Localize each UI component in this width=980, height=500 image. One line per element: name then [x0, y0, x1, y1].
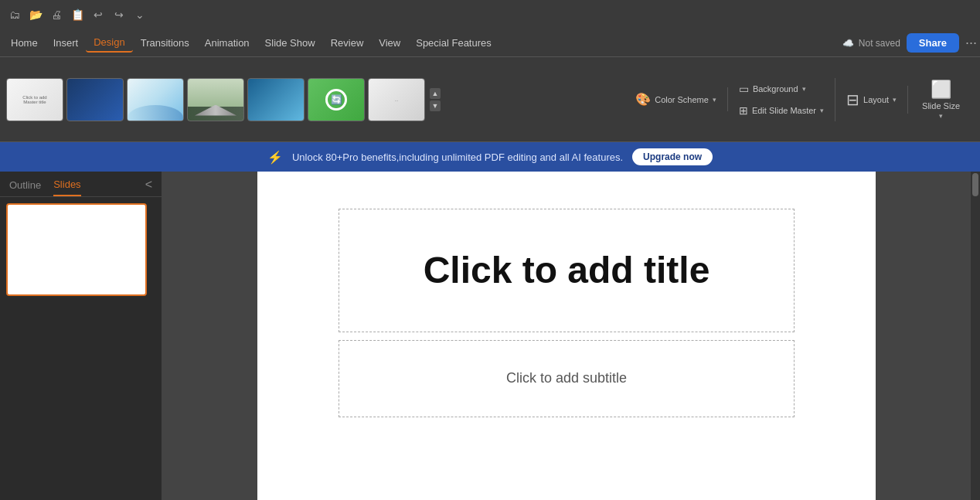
theme-thumbnails: Click to addMaster title 🔄 … ▲ ▼ — [6, 78, 624, 121]
file-new-icon[interactable]: 🗂 — [6, 6, 23, 23]
theme-thumb-minimal[interactable]: … — [368, 78, 425, 121]
right-scrollbar[interactable] — [971, 172, 980, 500]
menu-review[interactable]: Review — [323, 34, 372, 52]
canvas-area[interactable]: Click to add title Click to add subtitle — [162, 172, 971, 500]
theme-thumb-blank[interactable]: Click to addMaster title — [6, 78, 63, 121]
theme-thumb-ocean[interactable] — [247, 78, 305, 121]
theme-scroll-buttons: ▲ ▼ — [430, 88, 441, 111]
color-scheme-group: 🎨 Color Scheme ▾ — [624, 87, 728, 111]
promo-message: Unlock 80+Pro benefits,including unlimit… — [292, 151, 623, 163]
slidesize-chevron-icon: ▾ — [939, 112, 943, 120]
collapse-panel-button[interactable]: < — [145, 178, 152, 196]
background-icon: ▭ — [739, 83, 749, 95]
title-placeholder-text: Click to add title — [424, 249, 710, 291]
title-placeholder[interactable]: Click to add title — [339, 209, 795, 332]
color-scheme-button[interactable]: 🎨 Color Scheme ▾ — [632, 90, 720, 108]
menu-transitions[interactable]: Transitions — [133, 34, 197, 52]
theme-thumb-darkblue[interactable] — [66, 78, 124, 121]
slidemaster-chevron-icon: ▾ — [820, 107, 824, 114]
slidesize-button[interactable]: ⬜ Slide Size ▾ — [916, 77, 966, 123]
theme-thumb-wave[interactable] — [127, 78, 184, 121]
background-chevron-icon: ▾ — [802, 85, 806, 93]
slidesize-icon: ⬜ — [931, 80, 951, 100]
share-button[interactable]: Share — [907, 33, 959, 53]
subtitle-placeholder[interactable]: Click to add subtitle — [339, 340, 795, 417]
theme-thumb-green[interactable]: 🔄 — [308, 78, 365, 121]
slide-canvas[interactable]: Click to add title Click to add subtitle — [257, 172, 876, 500]
left-panel: Outline Slides < — [0, 172, 162, 500]
tab-outline[interactable]: Outline — [9, 179, 41, 196]
print-icon[interactable]: 🖨 — [48, 6, 65, 23]
promo-icon: ⚡ — [267, 150, 283, 165]
menu-bar: Home Insert Design Transitions Animation… — [0, 29, 980, 57]
background-button[interactable]: ▭ Background ▾ — [736, 81, 809, 97]
undo-icon[interactable]: ↩ — [90, 6, 107, 23]
layout-group: ⊟ Layout ▾ — [835, 86, 908, 114]
chevron-down-icon: ▾ — [713, 96, 716, 104]
theme-scroll-down[interactable]: ▼ — [430, 100, 441, 111]
menu-design[interactable]: Design — [86, 33, 132, 53]
title-bar-icons: 🗂 📂 🖨 📋 ↩ ↪ ⌄ — [6, 6, 148, 23]
menu-insert[interactable]: Insert — [46, 34, 87, 52]
menu-slideshow[interactable]: Slide Show — [257, 34, 323, 52]
upgrade-button[interactable]: Upgrade now — [632, 148, 713, 165]
title-bar: 🗂 📂 🖨 📋 ↩ ↪ ⌄ — [0, 0, 980, 29]
layout-chevron-icon: ▾ — [893, 96, 897, 104]
right-tools: 🎨 Color Scheme ▾ ▭ Background ▾ ⊞ Edit S… — [624, 73, 974, 126]
theme-thumb-nature[interactable] — [187, 78, 244, 121]
subtitle-placeholder-text: Click to add subtitle — [506, 370, 627, 386]
slidemaster-icon: ⊞ — [739, 104, 748, 117]
background-group: ▭ Background ▾ ⊞ Edit Slide Master ▾ — [728, 78, 835, 121]
open-icon[interactable]: 📂 — [27, 6, 44, 23]
scrollbar-thumb[interactable] — [972, 173, 978, 196]
promo-banner: ⚡ Unlock 80+Pro benefits,including unlim… — [0, 142, 980, 172]
slidesize-group: ⬜ Slide Size ▾ — [908, 73, 974, 126]
palette-icon: 🎨 — [635, 92, 651, 107]
slide-thumbnail-1[interactable] — [6, 203, 147, 296]
menu-animation[interactable]: Animation — [197, 34, 257, 52]
redo-icon[interactable]: ↪ — [111, 6, 128, 23]
history-icon[interactable]: ⌄ — [131, 6, 148, 23]
menu-view[interactable]: View — [371, 34, 408, 52]
clipboard-icon[interactable]: 📋 — [69, 6, 86, 23]
cloud-icon: ☁️ — [842, 38, 854, 49]
main-content: Outline Slides < Click to add title Clic… — [0, 172, 980, 500]
design-toolbar: Click to addMaster title 🔄 … ▲ ▼ 🎨 Color — [0, 57, 980, 142]
menu-home[interactable]: Home — [3, 34, 46, 52]
tab-slides[interactable]: Slides — [53, 179, 80, 196]
not-saved-status: ☁️ Not saved — [842, 38, 900, 49]
layout-icon: ⊟ — [846, 90, 859, 109]
layout-button[interactable]: ⊟ Layout ▾ — [843, 89, 900, 111]
panel-tabs: Outline Slides < — [0, 172, 162, 197]
more-options-button[interactable]: ··· — [965, 35, 977, 51]
edit-slidemaster-button[interactable]: ⊞ Edit Slide Master ▾ — [736, 103, 827, 118]
slides-list — [0, 197, 162, 500]
menu-specialfeatures[interactable]: Special Features — [408, 34, 499, 52]
theme-scroll-up[interactable]: ▲ — [430, 88, 441, 99]
